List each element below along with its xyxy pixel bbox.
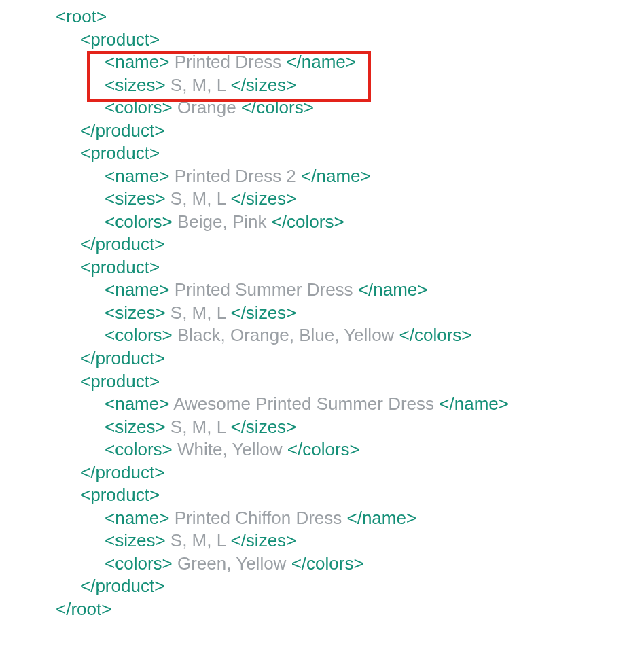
sizes-close-tag: </sizes>: [226, 302, 296, 323]
root-open-tag: <root>: [56, 6, 107, 27]
product-name: Printed Dress: [175, 52, 282, 72]
sizes-open-tag: <sizes>: [105, 530, 171, 551]
product-name: Printed Chiffon Dress: [175, 508, 342, 528]
colors-open-tag: <colors>: [105, 325, 177, 345]
name-close-tag: </name>: [342, 508, 416, 528]
colors-open-tag: <colors>: [105, 553, 177, 574]
name-close-tag: </name>: [434, 394, 509, 414]
product-sizes: S, M, L: [171, 302, 226, 323]
product-sizes: S, M, L: [171, 75, 226, 95]
colors-close-tag: </colors>: [236, 97, 314, 118]
product-open-tag: <product>: [80, 29, 160, 50]
root-close-tag: </root>: [56, 599, 111, 619]
product-sizes: S, M, L: [171, 188, 226, 209]
colors-close-tag: </colors>: [266, 211, 344, 232]
colors-close-tag: </colors>: [283, 439, 360, 459]
name-close-tag: </name>: [296, 166, 371, 186]
sizes-close-tag: </sizes>: [226, 417, 296, 437]
product-close-tag: </product>: [80, 576, 164, 596]
product-sizes: S, M, L: [171, 417, 226, 437]
name-open-tag: <name>: [105, 394, 173, 414]
colors-close-tag: </colors>: [394, 325, 471, 345]
sizes-open-tag: <sizes>: [105, 188, 171, 209]
sizes-open-tag: <sizes>: [105, 417, 171, 437]
product-close-tag: </product>: [80, 120, 164, 141]
product-open-tag: <product>: [80, 143, 160, 163]
product-close-tag: </product>: [80, 348, 164, 368]
product-colors: Black, Orange, Blue, Yellow: [177, 325, 394, 345]
colors-open-tag: <colors>: [105, 211, 177, 232]
sizes-close-tag: </sizes>: [226, 75, 296, 95]
name-open-tag: <name>: [105, 508, 175, 528]
product-open-tag: <product>: [80, 257, 160, 277]
product-name: Awesome Printed Summer Dress: [173, 394, 434, 414]
sizes-open-tag: <sizes>: [105, 75, 171, 95]
product-sizes: S, M, L: [171, 530, 226, 551]
name-open-tag: <name>: [105, 52, 175, 72]
product-colors: White, Yellow: [177, 439, 283, 459]
colors-open-tag: <colors>: [105, 439, 177, 459]
product-open-tag: <product>: [80, 485, 160, 505]
product-colors: Green, Yellow: [177, 553, 286, 574]
name-close-tag: </name>: [353, 279, 428, 300]
sizes-close-tag: </sizes>: [226, 188, 296, 209]
name-open-tag: <name>: [105, 279, 175, 300]
product-open-tag: <product>: [80, 371, 160, 391]
sizes-close-tag: </sizes>: [226, 530, 296, 551]
product-close-tag: </product>: [80, 462, 164, 483]
name-close-tag: </name>: [281, 52, 356, 72]
product-close-tag: </product>: [80, 234, 164, 254]
xml-code-block: <root> <product> <name> Printed Dress </…: [0, 0, 644, 621]
sizes-open-tag: <sizes>: [105, 302, 171, 323]
product-name: Printed Summer Dress: [175, 279, 353, 300]
product-colors: Beige, Pink: [177, 211, 267, 232]
name-open-tag: <name>: [105, 166, 175, 186]
product-name: Printed Dress 2: [175, 166, 296, 186]
colors-open-tag: <colors>: [105, 97, 177, 118]
product-colors: Orange: [177, 97, 236, 118]
colors-close-tag: </colors>: [286, 553, 363, 574]
